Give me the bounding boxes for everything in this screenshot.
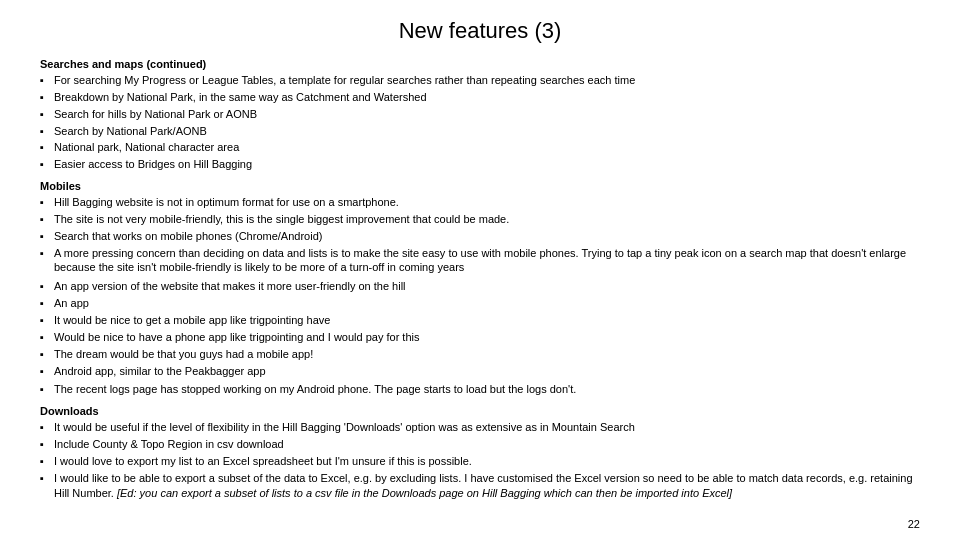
list-item: ▪The dream would be that you guys had a … — [40, 347, 920, 362]
bullet-icon: ▪ — [40, 330, 54, 345]
list-item: ▪The site is not very mobile-friendly, t… — [40, 212, 920, 227]
bullet-icon: ▪ — [40, 364, 54, 379]
list-item-text: An app — [54, 296, 920, 311]
page-number: 22 — [908, 518, 920, 530]
list-item-text: Include County & Topo Region in csv down… — [54, 437, 920, 452]
bullet-list-downloads: ▪It would be useful if the level of flex… — [40, 420, 920, 500]
list-item: ▪Would be nice to have a phone app like … — [40, 330, 920, 345]
bullet-icon: ▪ — [40, 212, 54, 227]
list-item-text: I would love to export my list to an Exc… — [54, 454, 920, 469]
list-item-text: Would be nice to have a phone app like t… — [54, 330, 920, 345]
list-item-text: The dream would be that you guys had a m… — [54, 347, 920, 362]
bullet-icon: ▪ — [40, 90, 54, 105]
list-item-text: Android app, similar to the Peakbagger a… — [54, 364, 920, 379]
bullet-icon: ▪ — [40, 382, 54, 397]
bullet-icon: ▪ — [40, 313, 54, 328]
list-item-text: Search by National Park/AONB — [54, 124, 920, 139]
bullet-list-searches-maps: ▪For searching My Progress or League Tab… — [40, 73, 920, 172]
list-item-text: I would like to be able to export a subs… — [54, 471, 920, 501]
list-item-text: Easier access to Bridges on Hill Bagging — [54, 157, 920, 172]
list-item: ▪A more pressing concern than deciding o… — [40, 246, 920, 276]
list-item-text: For searching My Progress or League Tabl… — [54, 73, 920, 88]
list-item: ▪I would like to be able to export a sub… — [40, 471, 920, 501]
list-item-text: Hill Bagging website is not in optimum f… — [54, 195, 920, 210]
bullet-icon: ▪ — [40, 124, 54, 139]
list-item-italic-text: [Ed: you can export a subset of lists to… — [117, 487, 732, 499]
list-item: ▪Search by National Park/AONB — [40, 124, 920, 139]
list-item: ▪It would be useful if the level of flex… — [40, 420, 920, 435]
page: New features (3) Searches and maps (cont… — [0, 0, 960, 540]
list-item: ▪Breakdown by National Park, in the same… — [40, 90, 920, 105]
bullet-icon: ▪ — [40, 73, 54, 88]
sections-container: Searches and maps (continued)▪For search… — [40, 58, 920, 500]
list-item: ▪Android app, similar to the Peakbagger … — [40, 364, 920, 379]
bullet-icon: ▪ — [40, 420, 54, 435]
section-heading-downloads: Downloads — [40, 405, 920, 417]
list-item-text: The recent logs page has stopped working… — [54, 382, 920, 397]
bullet-list-mobiles-3: ▪The recent logs page has stopped workin… — [40, 382, 920, 397]
list-item-text: National park, National character area — [54, 140, 920, 155]
bullet-icon: ▪ — [40, 296, 54, 311]
list-item: ▪An app — [40, 296, 920, 311]
list-item: ▪An app version of the website that make… — [40, 279, 920, 294]
bullet-list-mobiles: ▪Hill Bagging website is not in optimum … — [40, 195, 920, 275]
list-item-text: Search for hills by National Park or AON… — [54, 107, 920, 122]
list-item: ▪Include County & Topo Region in csv dow… — [40, 437, 920, 452]
list-item-text: It would be nice to get a mobile app lik… — [54, 313, 920, 328]
bullet-icon: ▪ — [40, 246, 54, 261]
bullet-icon: ▪ — [40, 157, 54, 172]
bullet-icon: ▪ — [40, 229, 54, 244]
list-item-text: The site is not very mobile-friendly, th… — [54, 212, 920, 227]
list-item-text: A more pressing concern than deciding on… — [54, 246, 920, 276]
list-item: ▪It would be nice to get a mobile app li… — [40, 313, 920, 328]
list-item: ▪Hill Bagging website is not in optimum … — [40, 195, 920, 210]
bullet-icon: ▪ — [40, 437, 54, 452]
bullet-icon: ▪ — [40, 195, 54, 210]
list-item: ▪For searching My Progress or League Tab… — [40, 73, 920, 88]
bullet-icon: ▪ — [40, 140, 54, 155]
list-item-text: Search that works on mobile phones (Chro… — [54, 229, 920, 244]
bullet-icon: ▪ — [40, 471, 54, 486]
list-item: ▪National park, National character area — [40, 140, 920, 155]
bullet-icon: ▪ — [40, 347, 54, 362]
section-heading-mobiles: Mobiles — [40, 180, 920, 192]
list-item-text: It would be useful if the level of flexi… — [54, 420, 920, 435]
section-heading-searches-maps: Searches and maps (continued) — [40, 58, 920, 70]
list-item-text: An app version of the website that makes… — [54, 279, 920, 294]
list-item: ▪I would love to export my list to an Ex… — [40, 454, 920, 469]
list-item: ▪Search for hills by National Park or AO… — [40, 107, 920, 122]
list-item-text: Breakdown by National Park, in the same … — [54, 90, 920, 105]
bullet-icon: ▪ — [40, 454, 54, 469]
list-item: ▪Search that works on mobile phones (Chr… — [40, 229, 920, 244]
list-item: ▪Easier access to Bridges on Hill Baggin… — [40, 157, 920, 172]
page-title: New features (3) — [40, 18, 920, 44]
list-item: ▪The recent logs page has stopped workin… — [40, 382, 920, 397]
bullet-list-mobiles-2: ▪An app version of the website that make… — [40, 279, 920, 378]
bullet-icon: ▪ — [40, 279, 54, 294]
bullet-icon: ▪ — [40, 107, 54, 122]
